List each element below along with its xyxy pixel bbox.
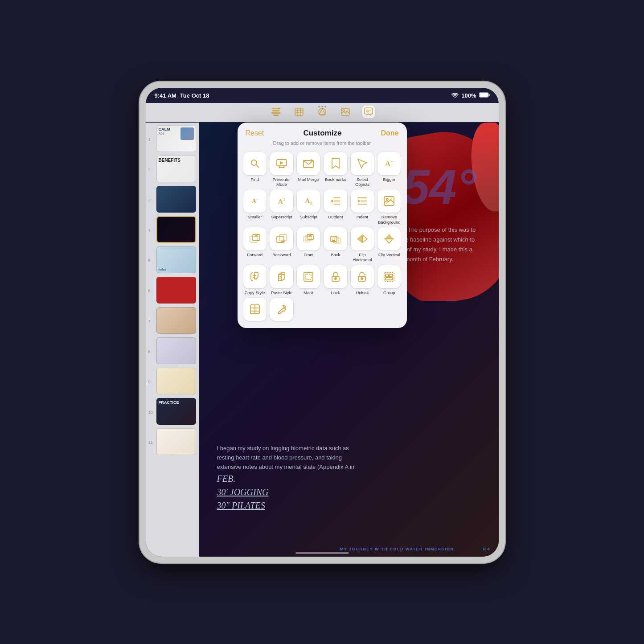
front-label: Front	[304, 252, 313, 257]
customize-title: Customize	[303, 129, 341, 138]
customize-front[interactable]: Front	[296, 227, 320, 263]
customize-bookmarks[interactable]: Bookmarks	[323, 152, 347, 187]
customize-mask[interactable]: Mask	[296, 265, 320, 295]
date-display: Tue Oct 18	[180, 92, 209, 99]
find-icon-box	[243, 152, 267, 175]
back-icon-box	[324, 227, 347, 250]
mask-icon-box	[297, 265, 320, 288]
customize-flip-vertical[interactable]: Flip Vertical	[377, 227, 401, 263]
bookmarks-label: Bookmarks	[325, 177, 346, 182]
customize-smaller[interactable]: A- Smaller	[243, 189, 267, 225]
svg-rect-5	[272, 110, 279, 111]
flip-vertical-icon-box	[377, 227, 401, 250]
list-item[interactable]: 11	[148, 428, 196, 457]
customize-group[interactable]: Group	[377, 265, 401, 295]
superscript-icon-box: A1	[270, 189, 293, 213]
svg-rect-63	[386, 278, 393, 280]
customize-find[interactable]: Find	[243, 152, 267, 187]
flip-vertical-label: Flip Vertical	[378, 252, 400, 257]
presenter-mode-icon-box	[270, 152, 293, 175]
table-toolbar-icon[interactable]	[293, 106, 305, 118]
remove-background-icon-box	[377, 189, 401, 213]
svg-rect-8	[295, 108, 303, 115]
list-item[interactable]: 1 CALMA51	[148, 125, 196, 154]
customize-modal[interactable]: Reset Customize Done Drag to add or remo…	[238, 123, 407, 328]
customize-copy-style[interactable]: Copy Style	[243, 265, 267, 295]
toolbar[interactable]	[146, 103, 499, 122]
device-screen: 9:41 AM Tue Oct 18 100%	[146, 88, 499, 557]
customize-bigger[interactable]: A+ Bigger	[377, 152, 401, 187]
align-toolbar-icon[interactable]	[270, 106, 282, 118]
slide-footer: MY JOURNEY WITH COLD WATER IMMERSION	[340, 547, 454, 551]
customize-presenter-mode[interactable]: Presenter Mode	[270, 152, 294, 187]
svg-rect-55	[306, 274, 311, 279]
done-button[interactable]: Done	[381, 129, 398, 137]
find-label: Find	[250, 177, 258, 182]
list-item[interactable]: 2 BENEFITS	[148, 156, 196, 184]
backward-icon-box	[270, 227, 293, 250]
svg-rect-6	[271, 112, 280, 114]
smaller-label: Smaller	[248, 214, 262, 219]
svg-point-57	[335, 278, 336, 279]
list-item[interactable]: 7	[148, 307, 196, 336]
customize-subscript[interactable]: A1 Subscript	[296, 189, 320, 225]
flip-horizontal-label: Flip Horizontal	[350, 252, 374, 263]
status-left: 9:41 AM Tue Oct 18	[155, 92, 209, 99]
svg-point-59	[361, 278, 363, 279]
customize-superscript[interactable]: A1 Superscript	[270, 189, 294, 225]
slide-panel[interactable]: 1 CALMA51 2 BENEFITS 3	[146, 123, 199, 557]
list-item[interactable]: 3	[148, 186, 196, 214]
customize-back[interactable]: Back	[323, 227, 347, 263]
customize-indent[interactable]: Indent	[350, 189, 374, 225]
reset-button[interactable]: Reset	[246, 129, 264, 137]
shapes-toolbar-icon[interactable]	[316, 106, 328, 118]
customize-forward[interactable]: Forward	[243, 227, 267, 263]
customize-outdent[interactable]: Outdent	[323, 189, 347, 225]
wrench-icon-box	[270, 298, 293, 321]
customize-paste-style[interactable]: Paste Style	[270, 265, 294, 295]
list-item[interactable]: 4	[148, 216, 196, 245]
media-toolbar-icon[interactable]	[339, 106, 352, 118]
copy-style-icon-box	[243, 265, 267, 288]
battery-display: 100%	[461, 92, 476, 99]
body-text-left: I began my study on logging biometric da…	[217, 444, 355, 472]
indent-label: Indent	[357, 214, 368, 219]
table-extra-icon-box	[243, 298, 267, 321]
forward-icon-box	[243, 227, 267, 250]
svg-rect-4	[271, 108, 280, 109]
customize-lock[interactable]: Lock	[323, 265, 347, 295]
svg-rect-2	[480, 93, 488, 97]
select-objects-label: Select Objects	[350, 177, 374, 187]
customize-select-objects[interactable]: Select Objects	[350, 152, 374, 187]
flip-horizontal-icon-box	[351, 227, 374, 250]
bigger-label: Bigger	[383, 177, 395, 182]
lock-icon-box	[324, 265, 347, 288]
popup-header: Reset Customize Done	[238, 123, 407, 139]
customize-wrench[interactable]	[270, 298, 294, 323]
customize-unlock[interactable]: Unlock	[350, 265, 374, 295]
customize-backward[interactable]: Backward	[270, 227, 294, 263]
customize-table-extra[interactable]	[243, 298, 267, 323]
status-right: 100%	[451, 92, 489, 99]
time-display: 9:41 AM	[155, 92, 176, 99]
customize-remove-background[interactable]: Remove Background	[377, 189, 401, 225]
backward-label: Backward	[272, 252, 291, 257]
paste-style-icon-box	[270, 265, 293, 288]
comment-toolbar-icon[interactable]	[362, 106, 375, 118]
list-item[interactable]: 8	[148, 337, 196, 366]
customize-flip-horizontal[interactable]: Flip Horizontal	[350, 227, 374, 263]
unlock-label: Unlock	[356, 290, 369, 295]
list-item[interactable]: 6	[148, 277, 196, 305]
list-item[interactable]: 9	[148, 368, 196, 396]
device-frame: 9:41 AM Tue Oct 18 100%	[139, 82, 505, 563]
list-item[interactable]: 5 notes	[148, 246, 196, 275]
battery-icon	[479, 92, 490, 99]
unlock-icon-box	[351, 265, 374, 288]
mail-merge-icon-box	[297, 152, 320, 175]
customize-mail-merge[interactable]: Mail Merge	[296, 152, 320, 187]
customize-items-grid: Find Presente	[238, 150, 407, 328]
home-indicator[interactable]	[295, 552, 349, 554]
group-label: Group	[383, 290, 395, 295]
list-item[interactable]: 10 PRACTICE	[148, 398, 196, 427]
mail-merge-label: Mail Merge	[298, 177, 319, 182]
